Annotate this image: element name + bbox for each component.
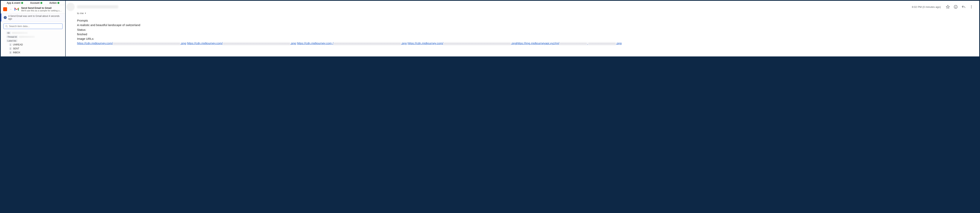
search-input[interactable]	[3, 24, 62, 29]
index-chip: 1	[9, 43, 12, 46]
field-id[interactable]: ID	[6, 31, 62, 35]
blurred-value	[19, 36, 35, 38]
field-label: Thread Id	[6, 35, 18, 38]
label-value: INBOX	[13, 51, 20, 54]
arrow-icon: →	[9, 8, 12, 11]
svg-point-7	[971, 6, 972, 7]
body-line: Prompts	[77, 18, 973, 23]
to-text: to me	[77, 12, 84, 15]
svg-marker-2	[946, 5, 950, 8]
gmail-icon	[14, 7, 19, 11]
image-url-link[interactable]: https://cdn.midjourney.com /xxxxxxxxxxxx…	[297, 41, 407, 45]
info-icon: i	[4, 16, 7, 19]
reply-icon[interactable]	[962, 5, 966, 9]
avatar	[67, 3, 75, 11]
info-text: A Send Email was sent to Gmail about 4 s…	[8, 15, 63, 20]
label-row[interactable]: 2SENT	[6, 47, 62, 51]
svg-point-0	[6, 25, 7, 27]
sender-row	[68, 3, 118, 11]
image-url-link[interactable]: https://cdn.midjourney.com/xxxxxxxxxxxxx…	[187, 41, 296, 45]
image-url-link[interactable]: https://cdn.midjourney.com/xxxxxxxxxxxxx…	[407, 41, 517, 45]
event-title: Send Send Email to Gmail	[21, 7, 63, 10]
field-label: ID	[6, 32, 11, 34]
sender-name-blurred	[77, 5, 118, 8]
event-card[interactable]: → Send Send Email to Gmail We'll use thi…	[1, 5, 65, 14]
gmail-message-view: 8:02 PM (0 minutes ago) to me ▼ Prompts …	[66, 1, 979, 56]
label-row[interactable]: 1UNREAD	[6, 43, 62, 47]
svg-point-8	[971, 8, 972, 8]
index-chip: 2	[9, 47, 12, 50]
svg-line-1	[7, 27, 8, 27]
image-url-link[interactable]: https://img.midjourneyapi.xyz/mj/xxxxxxx…	[517, 41, 622, 45]
check-icon	[57, 2, 59, 4]
svg-point-3	[954, 5, 958, 9]
config-tabs: App & event Account Action	[1, 1, 65, 5]
blurred-value	[12, 32, 28, 34]
body-line: Image URLs:	[77, 37, 973, 41]
body-line: finished	[77, 32, 973, 37]
image-url-link[interactable]: https://cdn.midjourney.com/xxxxxxxxxxxxx…	[77, 41, 186, 45]
info-banner: i A Send Email was sent to Gmail about 4…	[1, 14, 65, 22]
tab-action[interactable]: Action	[49, 2, 59, 4]
event-sub: We'll use this as a sample for setting u…	[21, 10, 63, 12]
check-icon	[21, 2, 23, 4]
tab-app-event[interactable]: App & event	[7, 2, 23, 4]
search-icon	[5, 25, 8, 28]
chevron-down-icon: ▼	[84, 12, 86, 14]
email-actions: 8:02 PM (0 minutes ago)	[912, 5, 973, 9]
zapier-panel: App & event Account Action → Send Send E…	[1, 1, 66, 56]
label-value: SENT	[13, 47, 19, 50]
svg-point-6	[971, 5, 972, 6]
email-body: Prompts A realistic and beautiful landsc…	[77, 18, 973, 46]
index-chip: 3	[9, 51, 12, 54]
item-data-list: ID Thread Id Label Ids 1UNREAD 2SENT 3IN…	[1, 31, 65, 56]
field-label: Label Ids	[6, 40, 18, 42]
tab-label: App & event	[7, 2, 21, 4]
tab-account[interactable]: Account	[30, 2, 42, 4]
star-icon[interactable]	[946, 5, 950, 9]
zapier-icon	[3, 7, 7, 11]
body-line: Status:	[77, 27, 973, 32]
timestamp: 8:02 PM (0 minutes ago)	[912, 5, 941, 8]
field-label-ids[interactable]: Label Ids	[6, 39, 62, 43]
to-line[interactable]: to me ▼	[77, 12, 973, 15]
search-field[interactable]	[9, 25, 61, 28]
more-icon[interactable]	[969, 5, 973, 9]
url-lines: https://cdn.midjourney.com/xxxxxxxxxxxxx…	[77, 41, 973, 46]
field-thread-id[interactable]: Thread Id	[6, 35, 62, 39]
label-value: UNREAD	[13, 43, 23, 46]
tab-label: Account	[30, 2, 40, 4]
event-text: Send Send Email to Gmail We'll use this …	[21, 7, 63, 12]
svg-point-5	[956, 6, 956, 6]
tab-label: Action	[49, 2, 57, 4]
emoji-icon[interactable]	[954, 5, 958, 9]
body-line: A realistic and beautiful landscape of s…	[77, 23, 973, 27]
label-row[interactable]: 3INBOX	[6, 51, 62, 54]
email-header: 8:02 PM (0 minutes ago)	[68, 3, 973, 11]
check-icon	[40, 2, 42, 4]
